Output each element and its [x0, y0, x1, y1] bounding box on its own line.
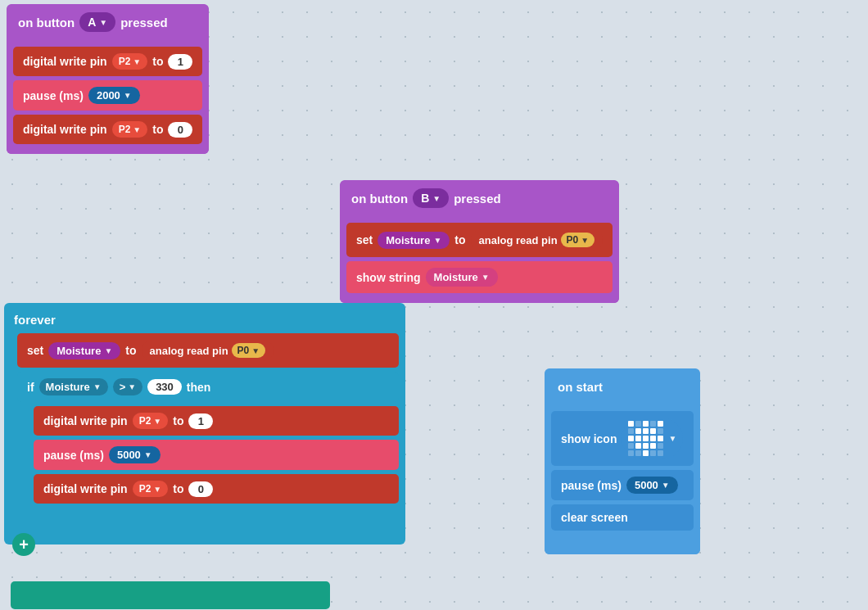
- on-start-block[interactable]: on start show icon ▼: [545, 368, 700, 554]
- pin-p2-dropdown-1[interactable]: P2 ▼: [112, 53, 148, 70]
- chevron-down-icon: ▼: [668, 434, 676, 443]
- chevron-down-icon: ▼: [153, 417, 161, 426]
- chevron-down-icon: ▼: [251, 346, 260, 355]
- pause-5000-dropdown-start[interactable]: 5000 ▼: [626, 477, 678, 494]
- event-label-a: on button: [18, 16, 75, 29]
- if-stmt[interactable]: if Moisture ▼ > ▼ 330 then: [17, 372, 399, 402]
- value-0-badge: 0: [168, 122, 192, 138]
- forever-label: forever: [11, 310, 399, 333]
- on-button-a-block[interactable]: on button A ▼ pressed digital write pin …: [7, 4, 209, 154]
- pause-2000-dropdown[interactable]: 2000 ▼: [88, 87, 140, 104]
- analog-read-forever[interactable]: analog read pin P0 ▼: [142, 340, 274, 361]
- pin-p2-dropdown-2[interactable]: P2 ▼: [112, 121, 148, 138]
- chevron-down-icon: ▼: [124, 91, 132, 100]
- chevron-down-icon: ▼: [104, 346, 112, 355]
- chevron-down-icon: ▼: [133, 125, 141, 134]
- chevron-down-icon: ▼: [99, 18, 107, 27]
- show-string-b-stmt[interactable]: show string Moisture ▼: [346, 261, 613, 293]
- digital-write-0-stmt[interactable]: digital write pin P2 ▼ to 0: [13, 115, 202, 144]
- pressed-label-b: pressed: [454, 192, 501, 206]
- clear-screen-stmt[interactable]: clear screen: [551, 504, 694, 531]
- pause-5000-dropdown-forever[interactable]: 5000 ▼: [109, 446, 160, 463]
- condition-moisture-dropdown[interactable]: Moisture ▼: [39, 378, 108, 395]
- set-moisture-forever-stmt[interactable]: set Moisture ▼ to analog read pin P0 ▼: [17, 333, 399, 368]
- pin-p0-dropdown-forever[interactable]: P0 ▼: [232, 343, 266, 358]
- pause-5000-start-stmt[interactable]: pause (ms) 5000 ▼: [551, 470, 694, 500]
- pin-p0-dropdown-b[interactable]: P0 ▼: [561, 233, 595, 247]
- chevron-down-icon: ▼: [93, 382, 102, 391]
- value-0-forever-badge: 0: [188, 481, 213, 497]
- digital-write-1-stmt[interactable]: digital write pin P2 ▼ to 1: [13, 47, 202, 76]
- show-icon-stmt[interactable]: show icon ▼: [551, 411, 694, 466]
- icon-grid-dropdown[interactable]: ▼: [622, 418, 683, 459]
- on-button-b-block[interactable]: on button B ▼ pressed set Moisture ▼ to …: [340, 180, 619, 303]
- chevron-down-icon: ▼: [128, 382, 136, 391]
- icon-grid-preview: [628, 421, 663, 456]
- moisture-var-dropdown-b[interactable]: Moisture ▼: [377, 232, 450, 249]
- chevron-down-icon: ▼: [144, 450, 152, 459]
- show-string-moisture-dropdown[interactable]: Moisture ▼: [426, 268, 498, 287]
- add-block-button[interactable]: +: [12, 533, 35, 556]
- event-label-b: on button: [351, 192, 408, 206]
- chevron-down-icon: ▼: [153, 485, 161, 494]
- pause-5000-forever-stmt[interactable]: pause (ms) 5000 ▼: [34, 440, 399, 470]
- forever-end-strip: [11, 581, 330, 609]
- condition-value: 330: [147, 379, 182, 395]
- button-a-dropdown[interactable]: A ▼: [79, 12, 115, 32]
- value-1-badge: 1: [168, 54, 192, 70]
- analog-read-b[interactable]: analog read pin P0 ▼: [471, 229, 604, 251]
- value-1-forever-badge: 1: [188, 413, 213, 429]
- chevron-down-icon: ▼: [481, 273, 490, 282]
- chevron-down-icon: ▼: [432, 194, 441, 203]
- digital-write-1-forever-stmt[interactable]: digital write pin P2 ▼ to 1: [34, 406, 399, 436]
- button-b-dropdown[interactable]: B ▼: [413, 188, 449, 208]
- moisture-var-dropdown-forever[interactable]: Moisture ▼: [48, 342, 120, 359]
- forever-block[interactable]: forever set Moisture ▼ to analog read pi…: [4, 303, 405, 544]
- chevron-down-icon: ▼: [133, 57, 141, 66]
- digital-write-0-forever-stmt[interactable]: digital write pin P2 ▼ to 0: [34, 474, 399, 504]
- set-moisture-b-stmt[interactable]: set Moisture ▼ to analog read pin P0 ▼: [346, 223, 613, 257]
- pin-p2-dropdown-3[interactable]: P2 ▼: [133, 413, 169, 429]
- on-start-label: on start: [558, 380, 603, 394]
- chevron-down-icon: ▼: [581, 236, 589, 245]
- pause-2000-stmt[interactable]: pause (ms) 2000 ▼: [13, 80, 202, 111]
- operator-dropdown[interactable]: > ▼: [113, 378, 143, 395]
- pin-p2-dropdown-4[interactable]: P2 ▼: [133, 481, 169, 497]
- chevron-down-icon: ▼: [433, 236, 441, 245]
- pressed-label-a: pressed: [120, 16, 168, 29]
- chevron-down-icon: ▼: [662, 481, 670, 490]
